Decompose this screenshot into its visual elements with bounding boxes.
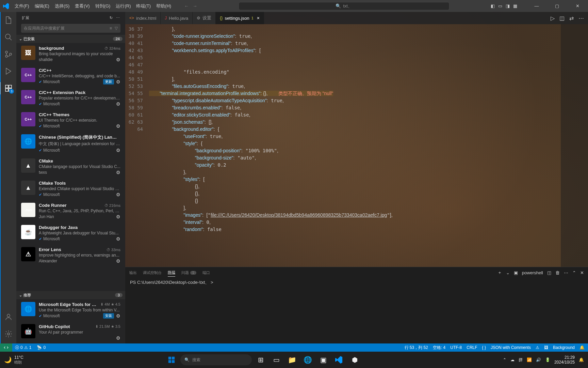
more-icon[interactable]: ⋯	[578, 15, 584, 21]
toggle-panel-left-icon[interactable]: ◧	[491, 3, 495, 9]
minimap[interactable]	[561, 24, 588, 267]
extension-item[interactable]: ⚠ Error Lens ⏱ 33ms Improve highlighting…	[16, 244, 125, 266]
gear-icon[interactable]: ⚙	[116, 214, 120, 219]
status-cursor[interactable]: 行 53，列 52	[405, 345, 428, 351]
edge-icon[interactable]: 🌐	[301, 353, 314, 367]
menu-item[interactable]: 终端(T)	[133, 3, 153, 9]
panel-tab-output[interactable]: 输出	[129, 269, 137, 277]
status-encoding[interactable]: UTF-8	[450, 345, 462, 350]
app-window-icon[interactable]: ▭	[270, 353, 283, 367]
extension-item[interactable]: C++ C/C++ C/C++ IntelliSense, debugging,…	[16, 65, 125, 87]
split-terminal-icon[interactable]: ◫	[547, 270, 551, 275]
extension-item[interactable]: 🤖 GitHub Copilot ⬇ 21.5M ★ 3.5 Your AI p…	[16, 321, 125, 343]
editor-content[interactable]: }, "code-runner.ignoreSelection": true, …	[149, 24, 561, 267]
install-button[interactable]: 安装	[103, 313, 114, 319]
terminal-shell-name[interactable]: powershell	[522, 270, 543, 275]
editor-tab[interactable]: ⚙设置	[193, 12, 216, 24]
extension-item[interactable]: .run Code Runner ⏱ 216ms Run C, C++, Jav…	[16, 200, 125, 222]
editor-tab[interactable]: <>index.html	[125, 12, 161, 24]
more-icon[interactable]: ⋯	[116, 16, 120, 20]
terminal-chevron-icon[interactable]: ⌄	[506, 270, 510, 275]
window-minimize[interactable]: —	[529, 0, 544, 12]
extensions-search-input[interactable]: 在应用商店中搜索扩展 ≡▽	[21, 24, 120, 33]
app-icon-2[interactable]: ⬢	[348, 353, 361, 367]
close-panel-icon[interactable]: ✕	[580, 270, 584, 275]
panel-tab-problems[interactable]: 问题1	[181, 269, 196, 277]
window-maximize[interactable]: ▢	[549, 0, 565, 12]
maximize-panel-icon[interactable]: ⌃	[572, 270, 576, 275]
taskbar-clock[interactable]: 21:29 2024/10/25	[554, 355, 575, 365]
editor-tab[interactable]: {}settings.json1×	[216, 12, 264, 24]
toggle-panel-right-icon[interactable]: ◨	[506, 3, 510, 9]
tray-cloud-icon[interactable]: ☁	[510, 357, 514, 362]
menu-item[interactable]: 编辑(E)	[32, 3, 52, 9]
gear-icon[interactable]: ⚙	[116, 101, 120, 107]
status-bell-icon[interactable]: 🔔	[579, 345, 585, 350]
extension-item[interactable]: ▲ CMake CMake langage support for Visual…	[16, 156, 125, 178]
terminal-prompt[interactable]: PS C:\Users\26420\Desktop\-code-\txt、 >	[130, 280, 213, 285]
notifications-icon[interactable]: 🔔	[579, 357, 584, 362]
gear-icon[interactable]: ⚙	[116, 170, 120, 175]
extension-item[interactable]: 🖼 background ⏱ 324ms Bring background im…	[16, 43, 125, 65]
gear-icon[interactable]: ⚙	[116, 148, 120, 153]
gear-icon[interactable]: ⚙	[116, 192, 120, 197]
menu-item[interactable]: 文件(F)	[12, 3, 32, 9]
refresh-icon[interactable]: ↻	[110, 16, 113, 20]
extension-item[interactable]: ▲ CMake Tools Extended CMake support in …	[16, 178, 125, 200]
panel-tab-terminal[interactable]: 终端	[168, 269, 175, 277]
status-background[interactable]: Background	[553, 345, 575, 350]
status-ports[interactable]: 📡0	[34, 343, 48, 352]
activity-extensions-icon[interactable]: 3	[4, 83, 13, 93]
tray-ime-icon[interactable]: 拼	[519, 357, 523, 363]
status-spaces[interactable]: 空格: 4	[433, 345, 445, 351]
extension-item[interactable]: C++ C/C++ Extension Pack Popular extensi…	[16, 87, 125, 109]
tray-volume-icon[interactable]: 🔊	[536, 357, 541, 362]
new-terminal-icon[interactable]: ＋	[497, 270, 502, 276]
nav-back-icon[interactable]: ←	[184, 3, 189, 9]
extension-item[interactable]: C++ C/C++ Themes UI Themes for C/C++ ext…	[16, 109, 125, 132]
start-button[interactable]	[165, 353, 178, 367]
task-view-icon[interactable]: ⊞	[254, 353, 267, 367]
gear-icon[interactable]: ⚙	[116, 236, 120, 242]
diff-icon[interactable]: ⇄	[569, 15, 574, 21]
vscode-taskbar-icon[interactable]	[332, 353, 346, 367]
tray-chevron-icon[interactable]: ⌃	[503, 357, 506, 362]
gear-icon[interactable]: ⚙	[116, 79, 120, 85]
activity-explorer-icon[interactable]	[4, 15, 13, 25]
panel-tab-ports[interactable]: 端口	[202, 269, 210, 277]
window-close[interactable]: ✕	[570, 0, 585, 12]
activity-scm-icon[interactable]	[4, 49, 13, 59]
installed-section-header[interactable]: ⌄已安装 24	[16, 35, 125, 43]
run-icon[interactable]: ▷	[551, 15, 555, 21]
editor-tab[interactable]: JHello.java	[161, 12, 193, 24]
panel-tab-debug[interactable]: 调试控制台	[143, 269, 162, 277]
tray-wifi-icon[interactable]: 📶	[527, 357, 532, 362]
recommended-section-header[interactable]: ⌄推荐 3	[16, 291, 125, 299]
extension-item[interactable]: 🌐 Microsoft Edge Tools for VS ... ⬇ 4M ★…	[16, 299, 125, 321]
tray-battery-icon[interactable]: 🔋	[545, 357, 550, 362]
activity-settings-icon[interactable]	[4, 329, 13, 339]
extension-item[interactable]: 🌐 Chinese (Simplified) (简体中文) Languag...…	[16, 132, 125, 156]
activity-debug-icon[interactable]	[4, 66, 13, 76]
toggle-panel-bottom-icon[interactable]: ▭	[498, 3, 502, 9]
taskbar-search[interactable]: 🔍搜索	[180, 354, 252, 365]
status-lang[interactable]: JSON with Comments	[491, 345, 531, 350]
status-eol[interactable]: CRLF	[467, 345, 477, 350]
file-explorer-icon[interactable]: 📁	[285, 353, 299, 367]
gear-icon[interactable]: ⚙	[116, 313, 120, 319]
app-icon[interactable]: ▣	[316, 353, 330, 367]
filter-icon[interactable]: ▽	[115, 26, 118, 31]
weather-widget[interactable]: 🌙 11°C 晴朗	[4, 355, 23, 365]
status-warning-icon[interactable]: ⚠	[536, 345, 539, 350]
nav-forward-icon[interactable]: →	[193, 3, 197, 9]
customize-layout-icon[interactable]: ▦	[513, 3, 517, 9]
activity-search-icon[interactable]	[4, 32, 13, 42]
menu-item[interactable]: 帮助(H)	[153, 3, 174, 9]
menu-item[interactable]: 运行(R)	[113, 3, 133, 9]
status-errors[interactable]: ⓧ0 ⚠1	[12, 343, 34, 352]
extension-item[interactable]: ☕ Debugger for Java A lightweight Java d…	[16, 222, 125, 244]
gear-icon[interactable]: ⚙	[116, 123, 120, 129]
more-icon[interactable]: ⋯	[564, 270, 568, 275]
menu-item[interactable]: 转到(G)	[93, 3, 113, 9]
activity-account-icon[interactable]	[4, 312, 13, 322]
